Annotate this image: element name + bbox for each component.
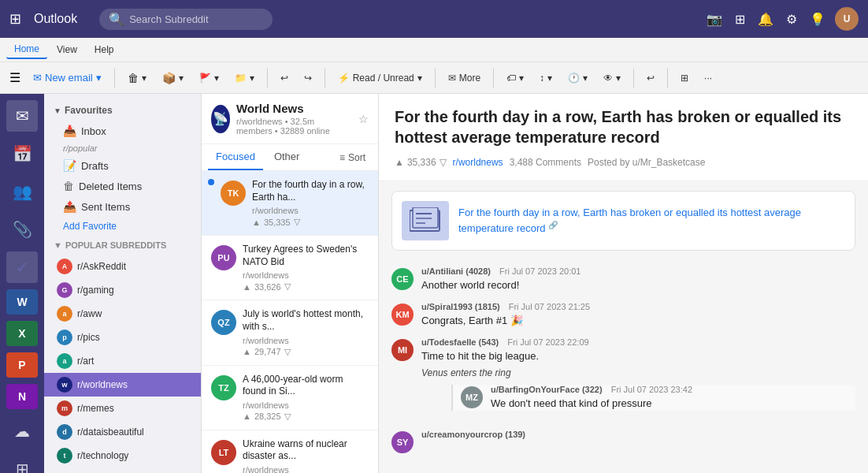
subreddit-item-aww[interactable]: a r/aww [44,302,201,326]
nav-apps-icon[interactable]: ⊞ [6,453,38,473]
feed-tab-other[interactable]: Other [266,144,308,170]
upvote-arrow-icon[interactable]: ▲ [395,157,404,168]
comment-username-3: u/creamonyourcrop (139) [421,430,525,439]
avatar[interactable]: U [835,7,859,31]
nav-word-icon[interactable]: W [6,289,38,315]
nav-onedrive-icon[interactable]: ☁ [6,415,38,447]
nav-onenote-icon[interactable]: N [6,384,38,409]
inbox-icon: 📥 [63,125,76,137]
flag-button[interactable]: 🚩▾ [193,69,225,87]
comment-body-3: u/creamonyourcrop (139) [421,430,855,453]
subreddit-badge-worldnews: w [57,377,72,393]
article-preview: For the fourth day in a row, Earth has b… [391,191,855,251]
subreddit-item-art[interactable]: a r/art [44,349,201,373]
read-unread-button[interactable]: ✉ More [442,69,487,87]
feed-tabs: Focused Other ≡ Sort [202,144,378,171]
search-input[interactable] [129,13,255,25]
subreddit-item-askreddit[interactable]: A r/AskReddit [44,255,201,278]
undo2-button[interactable]: ↩ [640,69,661,87]
move-icon: 📁 [235,73,247,84]
clock-button[interactable]: 🕐▾ [562,69,594,87]
article-anchor[interactable]: For the fourth day in a row, Earth has b… [458,207,801,235]
subreddit-name: World News [236,102,352,115]
comment-meta-3: u/creamonyourcrop (139) [421,430,855,439]
nav-excel-icon[interactable]: X [6,321,38,346]
gear-icon[interactable]: ⚙ [783,9,800,30]
feed-item-content-0: For the fourth day in a row, Earth ha...… [252,179,369,227]
post-subreddit-link[interactable]: r/worldnews [453,157,503,168]
move-button[interactable]: 📁▾ [228,69,261,87]
comment-meta-2: u/Todesfaelle (543) Fri Jul 07 2023 22:0… [421,337,855,347]
nav-attachment-icon[interactable]: 📎 [6,214,38,245]
tag-button[interactable]: 🏷▾ [500,69,530,87]
add-favorite-link[interactable]: Add Favorite [44,217,201,236]
quick-steps-button[interactable]: ⚡ Read / Unread ▾ [332,69,428,87]
new-email-icon: ✉ [33,72,42,84]
comment-avatar-1: KM [391,304,414,326]
ribbon-tab-help[interactable]: Help [87,41,122,58]
grid-icon[interactable]: ⊞ [732,9,748,30]
hamburger-icon[interactable]: ☰ [6,67,24,88]
ribbon-tab-home[interactable]: Home [6,40,47,59]
delete-button[interactable]: 🗑▾ [121,69,153,88]
redo-button[interactable]: ↪ [298,69,318,87]
nested-comment-body: u/BarfingOnYourFace (322) Fri Jul 07 202… [491,385,855,411]
undo-button[interactable]: ↩ [274,69,295,87]
feed-item[interactable]: PU Turkey Agrees to Sweden's NATO Bid r/… [202,236,378,300]
subreddit-item-memes[interactable]: m r/memes [44,397,201,420]
more-button[interactable]: ··· [698,69,718,87]
downvote-arrow-icon[interactable]: ▽ [440,157,447,168]
subreddit-item-pics[interactable]: p r/pics [44,326,201,349]
sort-button[interactable]: ↕▾ [533,69,558,87]
subreddit-item-worldnews[interactable]: w r/worldnews [44,373,201,397]
bulb-icon[interactable]: 💡 [807,9,829,30]
rpopular-label: r/popular [44,141,201,155]
ribbon-tab-view[interactable]: View [49,41,85,58]
feed-item-votes-3: ▲ 28,325 ▽ [243,412,369,422]
folder-item-inbox[interactable]: 📥 Inbox [44,121,201,141]
feed-sort-button[interactable]: ≡ Sort [333,149,372,166]
nested-comment-timestamp: Fri Jul 07 2023 23:42 [611,385,692,394]
redo-icon: ↪ [304,73,312,84]
folder-item-drafts[interactable]: 📝 Drafts [44,155,201,176]
post-header: For the fourth day in a row, Earth has b… [379,94,868,181]
ribbon-tabs: Home View Help [0,38,868,61]
nav-tasks-icon[interactable]: ✓ [6,251,38,283]
nested-comment: MZ u/BarfingOnYourFace (322) Fri Jul 07 … [451,385,855,411]
post-meta-row: ▲ 35,336 ▽ r/worldnews 3,488 Comments Po… [395,157,852,168]
feed-item-sub-4: r/worldnews [243,465,369,473]
archive-button[interactable]: 📦▾ [156,69,190,88]
star-icon[interactable]: ☆ [358,113,369,125]
nav-calendar-icon[interactable]: 📅 [6,138,38,169]
view-button[interactable]: 👁▾ [597,69,627,87]
nav-powerpoint-icon[interactable]: P [6,352,38,378]
folder-item-deleted[interactable]: 🗑 Deleted Items [44,176,201,196]
waffle-icon[interactable]: ⊞ [9,10,21,28]
feed-item[interactable]: TK For the fourth day in a row, Earth ha… [202,171,378,236]
subreddit-item-gaming[interactable]: G r/gaming [44,278,201,302]
popular-label: Popular Subreddits [65,240,166,250]
feed-header: 📡 World News r/worldnews • 32.5m members… [202,94,378,144]
subreddit-info: World News r/worldnews • 32.5m members •… [236,102,352,136]
article-link[interactable]: For the fourth day in a row, Earth has b… [458,206,845,236]
drafts-icon: 📝 [63,159,76,172]
subreddit-item-technology[interactable]: t r/technology [44,444,201,467]
favourites-header[interactable]: ▼ Favourites [44,100,201,121]
feed-item[interactable]: QZ July is world's hottest month, with s… [202,300,378,365]
dropdown-arrow-icon[interactable]: ▾ [96,72,102,84]
table-button[interactable]: ⊞ [674,69,695,87]
comment-body-2: u/Todesfaelle (543) Fri Jul 07 2023 22:0… [421,337,855,419]
feed-tab-focused[interactable]: Focused [208,144,263,170]
comment-timestamp-1: Fri Jul 07 2023 21:25 [509,302,590,311]
subreddit-item-dataisbeautiful[interactable]: d r/dataisbeautiful [44,420,201,444]
feed-item[interactable]: LT Ukraine warns of nuclear disaster as.… [202,430,378,473]
popular-subreddits-header[interactable]: ▼ Popular Subreddits [44,236,201,255]
notification-icon[interactable]: 🔔 [755,9,777,30]
nav-mail-icon[interactable]: ✉ [6,100,38,132]
screen-icon[interactable]: 📷 [703,9,725,30]
nav-people-icon[interactable]: 👥 [6,176,38,207]
folder-item-sent[interactable]: 📤 Sent Items [44,196,201,217]
feed-item[interactable]: TZ A 46,000-year-old worm found in Si...… [202,366,378,430]
deleted-label: Deleted Items [79,181,191,192]
new-email-button[interactable]: ✉ New email ▾ [27,69,108,87]
